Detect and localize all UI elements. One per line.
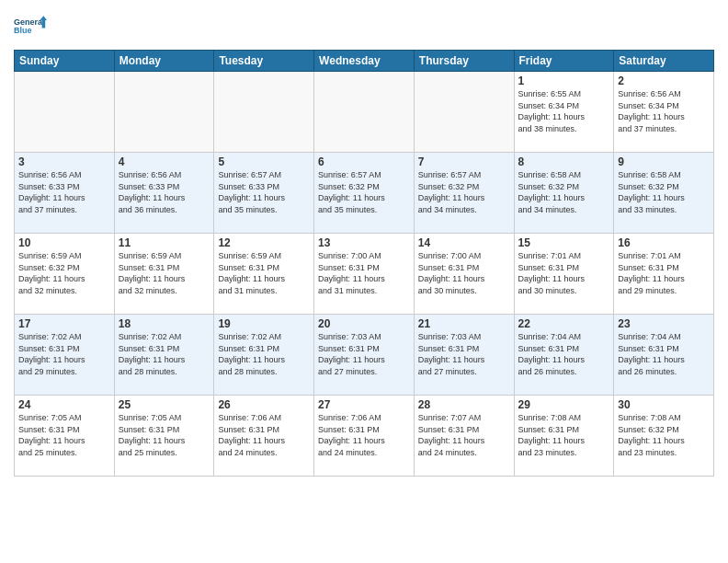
calendar-cell: 9Sunrise: 6:58 AMSunset: 6:32 PMDaylight… <box>614 153 714 234</box>
logo-svg: General Blue <box>14 9 47 42</box>
day-number: 30 <box>618 398 710 411</box>
calendar-cell: 15Sunrise: 7:01 AMSunset: 6:31 PMDayligh… <box>514 234 614 315</box>
day-number: 29 <box>518 398 610 411</box>
day-info: Sunrise: 7:01 AMSunset: 6:31 PMDaylight:… <box>518 250 610 296</box>
day-info: Sunrise: 7:07 AMSunset: 6:31 PMDaylight:… <box>418 412 510 458</box>
calendar-cell: 27Sunrise: 7:06 AMSunset: 6:31 PMDayligh… <box>314 396 415 477</box>
calendar-cell: 28Sunrise: 7:07 AMSunset: 6:31 PMDayligh… <box>414 396 514 477</box>
day-number: 2 <box>618 75 710 87</box>
calendar-cell: 2Sunrise: 6:56 AMSunset: 6:34 PMDaylight… <box>614 72 714 153</box>
day-number: 11 <box>119 236 210 249</box>
calendar-cell: 30Sunrise: 7:08 AMSunset: 6:32 PMDayligh… <box>614 396 714 477</box>
day-info: Sunrise: 6:57 AMSunset: 6:33 PMDaylight:… <box>218 169 310 215</box>
calendar-cell <box>114 72 214 153</box>
calendar-cell: 4Sunrise: 6:56 AMSunset: 6:33 PMDaylight… <box>114 153 214 234</box>
calendar-header-row: SundayMondayTuesdayWednesdayThursdayFrid… <box>15 51 714 72</box>
day-number: 12 <box>218 236 310 249</box>
day-number: 14 <box>418 236 510 249</box>
calendar-cell: 21Sunrise: 7:03 AMSunset: 6:31 PMDayligh… <box>414 315 514 396</box>
day-info: Sunrise: 6:59 AMSunset: 6:31 PMDaylight:… <box>218 250 310 296</box>
day-info: Sunrise: 7:03 AMSunset: 6:31 PMDaylight:… <box>418 331 510 377</box>
day-number: 5 <box>218 155 310 168</box>
day-number: 20 <box>318 317 410 330</box>
calendar-cell: 23Sunrise: 7:04 AMSunset: 6:31 PMDayligh… <box>614 315 714 396</box>
calendar-week-4: 17Sunrise: 7:02 AMSunset: 6:31 PMDayligh… <box>15 315 714 396</box>
calendar-cell <box>414 72 514 153</box>
calendar-cell: 10Sunrise: 6:59 AMSunset: 6:32 PMDayligh… <box>15 234 115 315</box>
column-header-tuesday: Tuesday <box>214 51 314 72</box>
day-number: 4 <box>119 155 210 168</box>
day-info: Sunrise: 7:03 AMSunset: 6:31 PMDaylight:… <box>318 331 410 377</box>
day-info: Sunrise: 7:02 AMSunset: 6:31 PMDaylight:… <box>18 331 110 377</box>
calendar-cell: 6Sunrise: 6:57 AMSunset: 6:32 PMDaylight… <box>314 153 415 234</box>
day-info: Sunrise: 7:06 AMSunset: 6:31 PMDaylight:… <box>318 412 410 458</box>
calendar-cell: 7Sunrise: 6:57 AMSunset: 6:32 PMDaylight… <box>414 153 514 234</box>
column-header-friday: Friday <box>514 51 614 72</box>
calendar-cell <box>15 72 115 153</box>
day-number: 16 <box>618 236 710 249</box>
day-number: 17 <box>18 317 110 330</box>
day-number: 1 <box>518 75 610 87</box>
calendar-cell: 20Sunrise: 7:03 AMSunset: 6:31 PMDayligh… <box>314 315 415 396</box>
day-number: 26 <box>218 398 310 411</box>
calendar-cell: 17Sunrise: 7:02 AMSunset: 6:31 PMDayligh… <box>15 315 115 396</box>
day-number: 18 <box>119 317 210 330</box>
svg-text:Blue: Blue <box>14 26 32 35</box>
calendar-cell: 16Sunrise: 7:01 AMSunset: 6:31 PMDayligh… <box>614 234 714 315</box>
calendar-cell: 24Sunrise: 7:05 AMSunset: 6:31 PMDayligh… <box>15 396 115 477</box>
day-info: Sunrise: 7:08 AMSunset: 6:32 PMDaylight:… <box>618 412 710 458</box>
calendar-cell: 8Sunrise: 6:58 AMSunset: 6:32 PMDaylight… <box>514 153 614 234</box>
calendar-cell: 29Sunrise: 7:08 AMSunset: 6:31 PMDayligh… <box>514 396 614 477</box>
calendar-cell: 3Sunrise: 6:56 AMSunset: 6:33 PMDaylight… <box>15 153 115 234</box>
day-info: Sunrise: 6:56 AMSunset: 6:33 PMDaylight:… <box>119 169 210 215</box>
day-number: 22 <box>518 317 610 330</box>
calendar-cell: 18Sunrise: 7:02 AMSunset: 6:31 PMDayligh… <box>114 315 214 396</box>
page: General Blue SundayMondayTuesdayWednesda… <box>0 0 728 563</box>
day-info: Sunrise: 6:59 AMSunset: 6:31 PMDaylight:… <box>119 250 210 296</box>
day-info: Sunrise: 7:01 AMSunset: 6:31 PMDaylight:… <box>618 250 710 296</box>
calendar-week-5: 24Sunrise: 7:05 AMSunset: 6:31 PMDayligh… <box>15 396 714 477</box>
day-number: 7 <box>418 155 510 168</box>
day-info: Sunrise: 7:04 AMSunset: 6:31 PMDaylight:… <box>618 331 710 377</box>
calendar-week-1: 1Sunrise: 6:55 AMSunset: 6:34 PMDaylight… <box>15 72 714 153</box>
svg-text:General: General <box>14 17 45 27</box>
day-number: 15 <box>518 236 610 249</box>
calendar-week-3: 10Sunrise: 6:59 AMSunset: 6:32 PMDayligh… <box>15 234 714 315</box>
column-header-wednesday: Wednesday <box>314 51 415 72</box>
calendar-cell: 5Sunrise: 6:57 AMSunset: 6:33 PMDaylight… <box>214 153 314 234</box>
day-info: Sunrise: 7:05 AMSunset: 6:31 PMDaylight:… <box>119 412 210 458</box>
day-number: 24 <box>18 398 110 411</box>
column-header-sunday: Sunday <box>15 51 115 72</box>
day-info: Sunrise: 7:06 AMSunset: 6:31 PMDaylight:… <box>218 412 310 458</box>
day-number: 3 <box>18 155 110 168</box>
calendar-cell: 14Sunrise: 7:00 AMSunset: 6:31 PMDayligh… <box>414 234 514 315</box>
day-info: Sunrise: 7:04 AMSunset: 6:31 PMDaylight:… <box>518 331 610 377</box>
day-info: Sunrise: 6:55 AMSunset: 6:34 PMDaylight:… <box>518 88 610 134</box>
day-number: 10 <box>18 236 110 249</box>
day-info: Sunrise: 7:00 AMSunset: 6:31 PMDaylight:… <box>318 250 410 296</box>
calendar-week-2: 3Sunrise: 6:56 AMSunset: 6:33 PMDaylight… <box>15 153 714 234</box>
day-number: 8 <box>518 155 610 168</box>
day-info: Sunrise: 6:58 AMSunset: 6:32 PMDaylight:… <box>618 169 710 215</box>
calendar-cell: 22Sunrise: 7:04 AMSunset: 6:31 PMDayligh… <box>514 315 614 396</box>
calendar-cell <box>314 72 415 153</box>
column-header-monday: Monday <box>114 51 214 72</box>
day-info: Sunrise: 7:08 AMSunset: 6:31 PMDaylight:… <box>518 412 610 458</box>
logo: General Blue <box>14 9 47 42</box>
calendar-cell: 26Sunrise: 7:06 AMSunset: 6:31 PMDayligh… <box>214 396 314 477</box>
day-info: Sunrise: 7:05 AMSunset: 6:31 PMDaylight:… <box>18 412 110 458</box>
day-info: Sunrise: 6:57 AMSunset: 6:32 PMDaylight:… <box>418 169 510 215</box>
day-number: 23 <box>618 317 710 330</box>
calendar-cell: 13Sunrise: 7:00 AMSunset: 6:31 PMDayligh… <box>314 234 415 315</box>
column-header-thursday: Thursday <box>414 51 514 72</box>
calendar-table: SundayMondayTuesdayWednesdayThursdayFrid… <box>14 50 714 477</box>
day-info: Sunrise: 7:02 AMSunset: 6:31 PMDaylight:… <box>218 331 310 377</box>
calendar-cell: 1Sunrise: 6:55 AMSunset: 6:34 PMDaylight… <box>514 72 614 153</box>
column-header-saturday: Saturday <box>614 51 714 72</box>
day-number: 9 <box>618 155 710 168</box>
day-number: 19 <box>218 317 310 330</box>
day-number: 6 <box>318 155 410 168</box>
calendar-cell: 19Sunrise: 7:02 AMSunset: 6:31 PMDayligh… <box>214 315 314 396</box>
calendar-cell: 12Sunrise: 6:59 AMSunset: 6:31 PMDayligh… <box>214 234 314 315</box>
header: General Blue <box>14 9 714 42</box>
